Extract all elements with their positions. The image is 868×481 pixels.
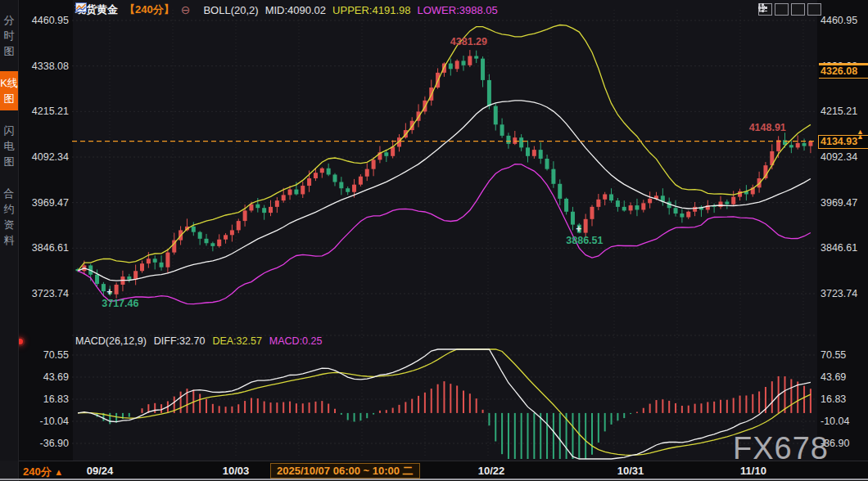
macd-diff-value: DIFF:32.70 (154, 335, 206, 347)
price-annotation: 3886.51 (566, 235, 603, 246)
macd-legend: MACD(26,12,9) DIFF:32.70 DEA:32.57 MACD:… (75, 335, 322, 347)
date-label: 10/31 (605, 465, 656, 477)
macd-axis-label-left: -10.04 (16, 415, 69, 428)
sidebar-tab-1[interactable]: 分时图 (0, 8, 18, 63)
remove-indicator-icon[interactable]: ⊖ (181, 5, 191, 16)
watermark-logo: FX678 (733, 431, 829, 466)
price-annotation: 3717.46 (102, 298, 138, 309)
macd-axis-label-left: 70.55 (16, 348, 69, 362)
price-axis-label-left: 4338.08 (16, 60, 69, 73)
boll-upper-value: UPPER:4191.98 (332, 4, 410, 16)
sidebar-tab-3[interactable]: 闪电图 (0, 119, 18, 173)
macd-axis-label-right: -10.04 (821, 415, 867, 428)
macd-axis-label-right: 70.55 (821, 348, 867, 362)
scale-y-axis-icon[interactable] (775, 3, 789, 16)
upper-price-tag: 4326.08 (819, 63, 868, 79)
macd-macd-value: MACD:0.25 (269, 335, 323, 347)
macd-indicator-label: MACD(26,12,9) (75, 335, 147, 347)
price-axis-label-left: 4215.21 (16, 105, 69, 118)
low-point-marker-icon: + (106, 286, 112, 298)
price-axis-label-right: 3846.61 (821, 241, 867, 254)
price-axis-label-left: 4460.95 (16, 14, 69, 27)
price-axis-label-right: 4215.21 (821, 105, 867, 118)
candlestick-macd-chart (0, 0, 868, 481)
shift-right-icon[interactable] (807, 3, 821, 16)
price-axis-label-left: 3723.74 (16, 287, 69, 300)
period-badge: 【240分】 (124, 2, 174, 17)
period-selector[interactable]: 240分 ▲ (23, 465, 63, 479)
price-axis-label-right: 4460.95 (821, 14, 867, 27)
price-annotation: 4148.91 (749, 122, 786, 133)
macd-axis-label-right: 16.83 (821, 393, 867, 406)
macd-axis-label-left: -36.90 (16, 437, 69, 450)
triangle-up-icon: ▲ (54, 467, 63, 477)
chart-type-sidebar: 分时图K线图闪电图合约资料 (0, 0, 19, 461)
macd-axis-label-left: 43.69 (16, 371, 69, 384)
price-annotation: 4381.29 (450, 36, 487, 47)
macd-axis-label-right: 43.69 (821, 371, 867, 384)
price-axis-label-left: 3846.61 (16, 241, 69, 254)
macd-axis-label-left: 16.83 (16, 393, 69, 406)
chart-toolbar (758, 3, 821, 16)
sidebar-tab-4[interactable]: 合约资料 (0, 182, 18, 252)
price-axis-label-left: 4092.34 (16, 151, 69, 164)
date-label: 10/03 (210, 465, 261, 477)
bottom-divider (0, 479, 868, 480)
scale-x-axis-icon[interactable] (791, 3, 805, 16)
boll-indicator-label: BOLL(20,2) (203, 4, 258, 16)
price-legend: 现货黄金 【240分】 ⊖ BOLL(20,2) MID:4090.02 UPP… (75, 2, 498, 17)
selected-bar-time-range: 2025/10/07 06:00 ~ 10:00 二 (270, 463, 420, 479)
kline-chart-window: 分时图K线图闪电图合约资料 现货黄金 【240分】 ⊖ BOLL(20,2) M… (0, 0, 868, 481)
boll-lower-value: LOWER:3988.05 (417, 4, 497, 16)
macd-dea-value: DEA:32.57 (212, 335, 261, 347)
date-label: 09/24 (75, 465, 125, 477)
price-axis-label-right: 4092.34 (821, 151, 867, 164)
low-point-marker-icon: + (576, 223, 581, 235)
price-arrow-marker: ▲▲ (857, 129, 864, 139)
date-label: 10/22 (466, 465, 517, 477)
boll-mid-value: MID:4090.02 (265, 4, 326, 16)
date-label: 11/10 (728, 465, 779, 477)
price-axis-label-right: 3723.74 (821, 287, 867, 300)
price-axis-label-right: 3969.47 (821, 196, 867, 209)
price-axis-label-left: 3969.47 (16, 196, 69, 209)
sidebar-tab-2[interactable]: K线图 (0, 71, 18, 110)
